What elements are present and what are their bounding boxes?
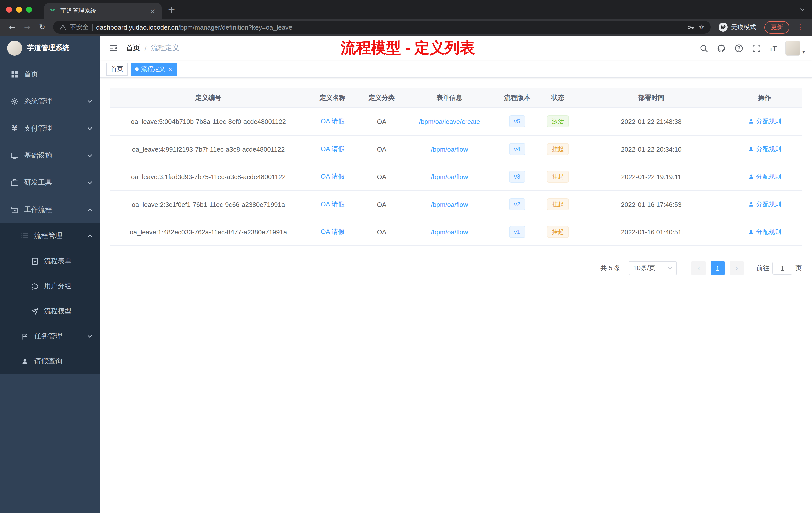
monitor-icon (10, 151, 19, 160)
form-link[interactable]: /bpm/oa/flow (431, 228, 468, 236)
browser-menu-icon[interactable]: ⋮ (793, 23, 807, 32)
definition-name-link[interactable]: OA 请假 (321, 228, 345, 236)
yen-icon: ¥ (10, 124, 19, 133)
tab-search-chevron-icon[interactable] (793, 8, 812, 11)
browser-tab[interactable]: 芋道管理系统 × (44, 3, 162, 19)
pagination: 共 5 条 10条/页 ‹ 1 › 前往 页 (111, 261, 802, 275)
sidebar-item-process-model[interactable]: 流程模型 (0, 299, 100, 324)
definition-id: oa_leave:3:1fad3d93-7b75-11ec-a3c8-acde4… (111, 163, 306, 190)
user-icon (748, 229, 754, 235)
assign-rule-link[interactable]: 分配规则 (748, 145, 781, 153)
bookmark-star-icon[interactable]: ☆ (698, 23, 704, 31)
tab-title: 芋道管理系统 (60, 6, 145, 15)
table-row: oa_leave:3:1fad3d93-7b75-11ec-a3c8-acde4… (111, 163, 802, 191)
sidebar-item-task-management[interactable]: 任务管理 (0, 324, 100, 349)
address-bar[interactable]: 不安全 dashboard.yudao.iocoder.cn/bpm/manag… (53, 21, 710, 34)
incognito-label: 无痕模式 (731, 23, 756, 31)
form-link[interactable]: /bpm/oa/flow (431, 145, 468, 153)
reload-button[interactable]: ↻ (35, 23, 49, 32)
definition-name-link[interactable]: OA 请假 (321, 200, 345, 209)
sidebar-item-devtools[interactable]: 研发工具 (0, 169, 100, 196)
chevron-down-icon (87, 181, 92, 184)
header-actions: TT ▾ (699, 41, 812, 56)
user-icon (748, 146, 754, 152)
sidebar-item-user-group[interactable]: 用户分组 (0, 274, 100, 299)
tag-home[interactable]: 首页 (107, 62, 127, 76)
page-number-button[interactable]: 1 (710, 261, 725, 275)
definition-category: OA (359, 218, 404, 245)
tag-close-icon[interactable]: × (168, 66, 173, 72)
form-link[interactable]: /bpm/oa/flow (431, 201, 468, 208)
back-button[interactable]: ← (5, 23, 19, 32)
definition-name-link[interactable]: OA 请假 (321, 145, 345, 154)
next-page-button[interactable]: › (730, 261, 744, 275)
assign-rule-link[interactable]: 分配规则 (748, 117, 781, 126)
assign-rule-link[interactable]: 分配规则 (748, 173, 781, 181)
page-unit-label: 页 (795, 264, 802, 273)
sidebar-item-infrastructure[interactable]: 基础设施 (0, 142, 100, 169)
definition-id: oa_leave:5:004b710b-7b8a-11ec-8ef0-acde4… (111, 108, 306, 135)
breadcrumb-home[interactable]: 首页 (126, 44, 140, 53)
tag-process-definition[interactable]: 流程定义 × (130, 62, 177, 76)
definition-name-link[interactable]: OA 请假 (321, 172, 345, 181)
key-icon[interactable] (687, 23, 695, 31)
table-header-row: 定义编号 定义名称 定义分类 表单信息 流程版本 状态 部署时间 操作 (111, 88, 802, 108)
font-size-icon[interactable]: TT (770, 44, 777, 52)
form-link[interactable]: /bpm/oa/flow (431, 173, 468, 180)
send-icon (30, 307, 39, 316)
sidebar-item-leave-query[interactable]: 请假查询 (0, 349, 100, 374)
github-icon[interactable] (717, 44, 726, 53)
prev-page-button[interactable]: ‹ (692, 261, 705, 275)
version-badge: v2 (509, 198, 525, 210)
definition-id: oa_leave:1:482ec033-762a-11ec-8477-a2380… (111, 218, 306, 245)
chevron-down-icon (87, 127, 92, 130)
assign-rule-link[interactable]: 分配规则 (748, 200, 781, 209)
list-icon (20, 232, 29, 240)
page-size-select[interactable]: 10条/页 (629, 261, 677, 275)
goto-page-input[interactable] (772, 262, 792, 275)
tags-view: 首页 流程定义 × (100, 61, 812, 78)
active-dot (135, 67, 139, 71)
definition-table: 定义编号 定义名称 定义分类 表单信息 流程版本 状态 部署时间 操作 oa_l… (111, 88, 802, 246)
update-button[interactable]: 更新 (764, 21, 789, 33)
table-row: oa_leave:1:482ec033-762a-11ec-8477-a2380… (111, 218, 802, 246)
zoom-window-button[interactable] (26, 6, 32, 12)
user-menu[interactable]: ▾ (785, 41, 805, 56)
dashboard-icon (10, 70, 19, 79)
sidebar-item-process-form[interactable]: 流程表单 (0, 248, 100, 274)
forward-button[interactable]: → (20, 23, 34, 32)
help-icon[interactable] (734, 44, 744, 53)
url-divider (92, 24, 93, 31)
status-badge: 挂起 (547, 226, 569, 238)
col-header-category: 定义分类 (359, 88, 404, 108)
close-window-button[interactable] (6, 6, 12, 12)
security-label: 不安全 (70, 23, 89, 31)
col-header-form: 表单信息 (404, 88, 495, 108)
user-avatar[interactable] (785, 41, 801, 56)
caret-down-icon: ▾ (803, 49, 805, 56)
browser-tabstrip: 芋道管理系统 × + (0, 0, 812, 19)
assign-rule-link[interactable]: 分配规则 (748, 228, 781, 236)
sidebar-item-system[interactable]: 系统管理 (0, 88, 100, 115)
hamburger-icon[interactable] (100, 44, 126, 53)
new-tab-button[interactable]: + (162, 5, 181, 14)
briefcase-icon (10, 205, 19, 214)
sidebar-item-process-management[interactable]: 流程管理 (0, 223, 100, 248)
main-area: 首页 / 流程定义 流程模型 - 定义列表 (100, 36, 812, 513)
sidebar-item-home[interactable]: 首页 (0, 61, 100, 88)
search-icon[interactable] (699, 44, 708, 53)
workflow-submenu: 流程管理 流程表单 用户分组 (0, 223, 100, 374)
minimize-window-button[interactable] (16, 6, 22, 12)
sidebar-item-payment[interactable]: ¥ 支付管理 (0, 115, 100, 142)
sidebar-item-workflow[interactable]: 工作流程 (0, 196, 100, 223)
chevron-down-icon (87, 154, 92, 157)
form-link[interactable]: /bpm/oa/leave/create (419, 118, 480, 125)
definition-name-link[interactable]: OA 请假 (321, 117, 345, 126)
sidebar-logo: 芋道管理系统 (0, 36, 100, 61)
tab-close-icon[interactable]: × (149, 7, 157, 15)
url-path: /bpm/manager/definition?key=oa_leave (178, 23, 292, 31)
page-content: 定义编号 定义名称 定义分类 表单信息 流程版本 状态 部署时间 操作 oa_l… (100, 78, 812, 513)
status-badge: 挂起 (547, 198, 569, 210)
col-header-action: 操作 (727, 88, 802, 108)
fullscreen-icon[interactable] (752, 44, 761, 53)
